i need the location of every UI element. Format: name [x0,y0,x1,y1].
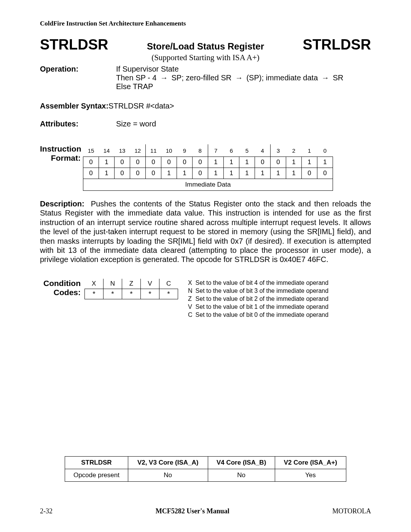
r1-b4: 0 [255,157,271,168]
cc-ex-V-txt: Set to the value of bit 1 of the immedia… [196,304,331,311]
bit-13: 13 [115,144,130,157]
footer-right: MOTOROLA [332,507,371,515]
r2-b4: 1 [255,168,271,179]
operation-line3: Else TRAP [116,82,371,91]
r2-b6: 1 [224,168,239,179]
operation-line2: Then SP - 4 → SP; zero-filled SR → (SP);… [116,73,371,82]
r1-b9: 0 [177,157,193,168]
cc-h-C: C [159,279,178,289]
r2-b15: 0 [83,168,99,179]
r2-b14: 1 [99,168,115,179]
cc-ex-X-txt: Set to the value of bit 4 of the immedia… [196,280,331,287]
operation-body: If Supervisor State Then SP - 4 → SP; ze… [116,65,371,91]
bit-14: 14 [99,144,115,157]
fmt-label-1: Instruction [40,144,81,153]
attr-label: Attributes: [40,120,116,128]
bit-4: 4 [255,144,271,157]
r1-b0: 1 [317,157,333,168]
description-body: Pushes the contents of the Status Regist… [40,200,371,264]
footer-left: 2-32 [40,507,53,515]
r2-b13: 0 [115,168,130,179]
bit-3: 3 [271,144,286,157]
sup-row-label: Opcode present [65,469,128,482]
title-right: STRLDSR [303,37,371,53]
bit-12: 12 [130,144,146,157]
r2-b5: 1 [239,168,255,179]
arrow-icon: → [234,73,244,82]
r1-b15: 0 [83,157,99,168]
r1-b1: 1 [302,157,317,168]
bit-2: 2 [286,144,302,157]
cc-v-C: * [159,289,178,299]
r1-b3: 0 [271,157,286,168]
operation-l2c: (SP); immediate data [244,73,320,82]
bit-7: 7 [208,144,224,157]
bit-8: 8 [193,144,208,157]
operation-l2d: SR [331,73,343,82]
r2-b9: 1 [177,168,193,179]
r1-b14: 1 [99,157,115,168]
fmt-label-2: Format: [51,153,81,162]
bit-1: 1 [302,144,317,157]
footer-center: MCF5282 User's Manual [156,507,229,515]
operation-l2b: SP; zero-filled SR [169,73,234,82]
r1-b12: 0 [130,157,146,168]
r1-b6: 1 [224,157,239,168]
attr-value: Size = word [116,120,371,128]
asm-label: Assembler Syntax: [40,102,108,110]
cc-label-2: Codes: [54,288,81,297]
cc-v-X: * [85,289,104,299]
operation-l2a: Then SP - 4 [116,73,159,82]
title-sub: (Supported Starting with ISA A+) [151,53,260,62]
sup-v-2: Yes [275,469,346,482]
arrow-icon: → [320,73,331,82]
page-header: ColdFire Instruction Set Architecture En… [40,20,371,27]
r2-b0: 0 [317,168,333,179]
sup-h-2: V4 Core (ISA_B) [208,457,275,469]
immediate-data-row: Immediate Data [83,179,333,191]
cc-ex-Z: Z [188,296,195,303]
r2-b8: 0 [193,168,208,179]
bit-10: 10 [161,144,177,157]
r1-b8: 0 [193,157,208,168]
fmt-label: Instruction Format: [40,144,83,163]
r1-b5: 1 [239,157,255,168]
cc-ex-N-txt: Set to the value of bit 3 of the immedia… [196,288,331,295]
cc-ex-Z-txt: Set to the value of bit 2 of the immedia… [196,296,331,303]
r1-b7: 1 [208,157,224,168]
r2-b10: 1 [161,168,177,179]
condition-codes-table: X N Z V C * * * * * [84,279,178,299]
title-block: STRLDSR Store/Load Status Register STRLD… [40,37,371,62]
cc-ex-N: N [188,288,195,295]
bit-15: 15 [83,144,99,157]
cc-h-Z: Z [122,279,141,289]
bit-5: 5 [239,144,255,157]
r2-b2: 1 [286,168,302,179]
bit-9: 9 [177,144,193,157]
cc-v-N: * [104,289,122,299]
description-label: Description: [40,200,84,208]
cc-ex-C-txt: Set to the value of bit 0 of the immedia… [196,312,331,319]
r2-b12: 0 [130,168,146,179]
r1-b13: 0 [115,157,130,168]
r1-b11: 0 [146,157,161,168]
r2-b1: 0 [302,168,317,179]
asm-value: STRLDSR #<data> [108,102,371,110]
description-paragraph: Description: Pushes the contents of the … [40,199,371,264]
sup-h-1: V2, V3 Core (ISA_A) [128,457,208,469]
sup-v-1: No [208,469,275,482]
support-table: STRLDSR V2, V3 Core (ISA_A) V4 Core (ISA… [65,456,346,482]
cc-v-V: * [141,289,159,299]
operation-label: Operation: [40,65,116,91]
operation-line1: If Supervisor State [116,65,371,73]
r2-b7: 1 [208,168,224,179]
r2-b3: 1 [271,168,286,179]
r2-b11: 0 [146,168,161,179]
bit-6: 6 [224,144,239,157]
condition-codes-explain: XSet to the value of bit 4 of the immedi… [187,279,331,320]
bit-11: 11 [146,144,161,157]
page-footer: 2-32 MCF5282 User's Manual MOTOROLA [40,507,371,515]
r1-b10: 0 [161,157,177,168]
sup-h-3: V2 Core (ISA_A+) [275,457,346,469]
cc-h-X: X [85,279,104,289]
